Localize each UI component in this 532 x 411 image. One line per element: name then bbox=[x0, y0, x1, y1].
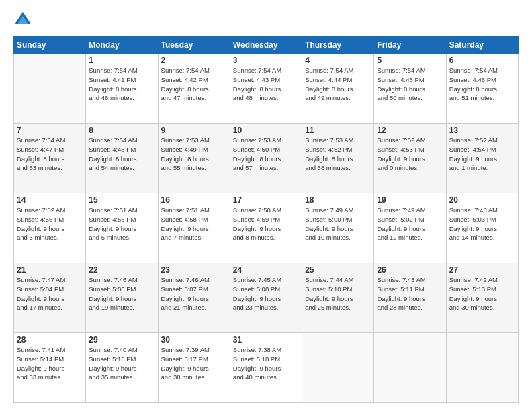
weekday-header: Sunday bbox=[14, 37, 86, 54]
header bbox=[13, 11, 519, 30]
day-info: Sunrise: 7:46 AMSunset: 5:07 PMDaylight:… bbox=[161, 275, 227, 312]
page: SundayMondayTuesdayWednesdayThursdayFrid… bbox=[0, 0, 532, 411]
day-info: Sunrise: 7:54 AMSunset: 4:42 PMDaylight:… bbox=[161, 66, 227, 103]
day-info: Sunrise: 7:47 AMSunset: 5:04 PMDaylight:… bbox=[17, 275, 83, 312]
day-info: Sunrise: 7:42 AMSunset: 5:13 PMDaylight:… bbox=[449, 275, 515, 312]
day-info: Sunrise: 7:51 AMSunset: 4:58 PMDaylight:… bbox=[161, 205, 227, 242]
day-info: Sunrise: 7:40 AMSunset: 5:15 PMDaylight:… bbox=[89, 345, 154, 382]
day-number: 13 bbox=[449, 126, 515, 135]
day-info: Sunrise: 7:54 AMSunset: 4:46 PMDaylight:… bbox=[449, 66, 515, 103]
day-number: 9 bbox=[161, 126, 227, 135]
day-info: Sunrise: 7:52 AMSunset: 4:54 PMDaylight:… bbox=[449, 136, 515, 173]
day-info: Sunrise: 7:49 AMSunset: 5:00 PMDaylight:… bbox=[305, 205, 371, 242]
day-info: Sunrise: 7:53 AMSunset: 4:49 PMDaylight:… bbox=[161, 136, 227, 173]
calendar-week-row: 21Sunrise: 7:47 AMSunset: 5:04 PMDayligh… bbox=[14, 263, 519, 333]
logo-icon bbox=[13, 11, 32, 30]
calendar-cell: 17Sunrise: 7:50 AMSunset: 4:59 PMDayligh… bbox=[230, 193, 302, 263]
day-number: 29 bbox=[89, 335, 154, 345]
calendar-cell: 14Sunrise: 7:52 AMSunset: 4:55 PMDayligh… bbox=[14, 193, 86, 263]
day-number: 30 bbox=[161, 335, 227, 345]
calendar-week-row: 14Sunrise: 7:52 AMSunset: 4:55 PMDayligh… bbox=[14, 193, 519, 263]
calendar-cell bbox=[374, 333, 446, 403]
day-number: 4 bbox=[305, 56, 371, 65]
calendar-cell: 20Sunrise: 7:48 AMSunset: 5:03 PMDayligh… bbox=[446, 193, 518, 263]
calendar-week-row: 28Sunrise: 7:41 AMSunset: 5:14 PMDayligh… bbox=[14, 333, 519, 403]
calendar-cell: 16Sunrise: 7:51 AMSunset: 4:58 PMDayligh… bbox=[158, 193, 230, 263]
calendar-cell: 7Sunrise: 7:54 AMSunset: 4:47 PMDaylight… bbox=[14, 124, 86, 193]
day-number: 31 bbox=[233, 335, 299, 345]
day-info: Sunrise: 7:54 AMSunset: 4:47 PMDaylight:… bbox=[17, 136, 83, 173]
weekday-header: Monday bbox=[86, 37, 158, 54]
day-info: Sunrise: 7:51 AMSunset: 4:56 PMDaylight:… bbox=[89, 205, 154, 242]
weekday-header: Wednesday bbox=[230, 37, 302, 54]
calendar-cell: 25Sunrise: 7:44 AMSunset: 5:10 PMDayligh… bbox=[302, 263, 374, 333]
day-info: Sunrise: 7:53 AMSunset: 4:50 PMDaylight:… bbox=[233, 136, 299, 173]
logo bbox=[13, 11, 35, 30]
calendar-cell: 3Sunrise: 7:54 AMSunset: 4:43 PMDaylight… bbox=[230, 54, 302, 124]
day-number: 18 bbox=[305, 195, 371, 205]
day-number: 7 bbox=[17, 126, 83, 135]
calendar-week-row: 1Sunrise: 7:54 AMSunset: 4:41 PMDaylight… bbox=[14, 54, 519, 124]
day-info: Sunrise: 7:52 AMSunset: 4:55 PMDaylight:… bbox=[17, 205, 83, 242]
calendar-week-row: 7Sunrise: 7:54 AMSunset: 4:47 PMDaylight… bbox=[14, 124, 519, 193]
calendar-cell: 15Sunrise: 7:51 AMSunset: 4:56 PMDayligh… bbox=[86, 193, 158, 263]
day-number: 1 bbox=[89, 56, 154, 65]
calendar-cell: 11Sunrise: 7:53 AMSunset: 4:52 PMDayligh… bbox=[302, 124, 374, 193]
calendar-cell bbox=[302, 333, 374, 403]
calendar-cell: 31Sunrise: 7:38 AMSunset: 5:18 PMDayligh… bbox=[230, 333, 302, 403]
calendar-cell bbox=[14, 54, 86, 124]
day-number: 26 bbox=[377, 265, 443, 275]
calendar-header: SundayMondayTuesdayWednesdayThursdayFrid… bbox=[14, 37, 519, 54]
weekday-header: Saturday bbox=[446, 37, 518, 54]
day-number: 25 bbox=[305, 265, 371, 275]
day-info: Sunrise: 7:54 AMSunset: 4:48 PMDaylight:… bbox=[89, 136, 154, 173]
day-number: 14 bbox=[17, 195, 83, 205]
weekday-header: Friday bbox=[374, 37, 446, 54]
calendar-cell: 18Sunrise: 7:49 AMSunset: 5:00 PMDayligh… bbox=[302, 193, 374, 263]
day-number: 3 bbox=[233, 56, 299, 65]
calendar-cell: 6Sunrise: 7:54 AMSunset: 4:46 PMDaylight… bbox=[446, 54, 518, 124]
calendar-cell: 29Sunrise: 7:40 AMSunset: 5:15 PMDayligh… bbox=[86, 333, 158, 403]
calendar-cell: 22Sunrise: 7:46 AMSunset: 5:06 PMDayligh… bbox=[86, 263, 158, 333]
day-info: Sunrise: 7:54 AMSunset: 4:41 PMDaylight:… bbox=[89, 66, 154, 103]
day-info: Sunrise: 7:38 AMSunset: 5:18 PMDaylight:… bbox=[233, 345, 299, 382]
day-number: 28 bbox=[17, 335, 83, 345]
day-number: 11 bbox=[305, 126, 371, 135]
calendar-cell: 26Sunrise: 7:43 AMSunset: 5:11 PMDayligh… bbox=[374, 263, 446, 333]
day-number: 22 bbox=[89, 265, 154, 275]
day-number: 12 bbox=[377, 126, 443, 135]
day-info: Sunrise: 7:50 AMSunset: 4:59 PMDaylight:… bbox=[233, 205, 299, 242]
calendar-cell: 13Sunrise: 7:52 AMSunset: 4:54 PMDayligh… bbox=[446, 124, 518, 193]
day-number: 2 bbox=[161, 56, 227, 65]
calendar-cell: 2Sunrise: 7:54 AMSunset: 4:42 PMDaylight… bbox=[158, 54, 230, 124]
day-info: Sunrise: 7:48 AMSunset: 5:03 PMDaylight:… bbox=[449, 205, 515, 242]
calendar-body: 1Sunrise: 7:54 AMSunset: 4:41 PMDaylight… bbox=[14, 54, 519, 403]
day-info: Sunrise: 7:53 AMSunset: 4:52 PMDaylight:… bbox=[305, 136, 371, 173]
day-number: 23 bbox=[161, 265, 227, 275]
calendar-cell: 8Sunrise: 7:54 AMSunset: 4:48 PMDaylight… bbox=[86, 124, 158, 193]
calendar-cell: 21Sunrise: 7:47 AMSunset: 5:04 PMDayligh… bbox=[14, 263, 86, 333]
weekday-row: SundayMondayTuesdayWednesdayThursdayFrid… bbox=[14, 37, 519, 54]
day-info: Sunrise: 7:54 AMSunset: 4:44 PMDaylight:… bbox=[305, 66, 371, 103]
day-info: Sunrise: 7:46 AMSunset: 5:06 PMDaylight:… bbox=[89, 275, 154, 312]
day-number: 21 bbox=[17, 265, 83, 275]
day-info: Sunrise: 7:43 AMSunset: 5:11 PMDaylight:… bbox=[377, 275, 443, 312]
day-number: 15 bbox=[89, 195, 154, 205]
day-info: Sunrise: 7:49 AMSunset: 5:02 PMDaylight:… bbox=[377, 205, 443, 242]
calendar-cell: 30Sunrise: 7:39 AMSunset: 5:17 PMDayligh… bbox=[158, 333, 230, 403]
day-info: Sunrise: 7:41 AMSunset: 5:14 PMDaylight:… bbox=[17, 345, 83, 382]
day-info: Sunrise: 7:44 AMSunset: 5:10 PMDaylight:… bbox=[305, 275, 371, 312]
calendar-cell: 4Sunrise: 7:54 AMSunset: 4:44 PMDaylight… bbox=[302, 54, 374, 124]
day-info: Sunrise: 7:54 AMSunset: 4:43 PMDaylight:… bbox=[233, 66, 299, 103]
calendar-cell: 5Sunrise: 7:54 AMSunset: 4:45 PMDaylight… bbox=[374, 54, 446, 124]
weekday-header: Tuesday bbox=[158, 37, 230, 54]
weekday-header: Thursday bbox=[302, 37, 374, 54]
day-number: 17 bbox=[233, 195, 299, 205]
calendar-cell: 9Sunrise: 7:53 AMSunset: 4:49 PMDaylight… bbox=[158, 124, 230, 193]
day-info: Sunrise: 7:52 AMSunset: 4:53 PMDaylight:… bbox=[377, 136, 443, 173]
calendar-cell: 1Sunrise: 7:54 AMSunset: 4:41 PMDaylight… bbox=[86, 54, 158, 124]
calendar-table: SundayMondayTuesdayWednesdayThursdayFrid… bbox=[13, 36, 519, 403]
day-number: 8 bbox=[89, 126, 154, 135]
calendar-cell: 24Sunrise: 7:45 AMSunset: 5:08 PMDayligh… bbox=[230, 263, 302, 333]
calendar-cell: 27Sunrise: 7:42 AMSunset: 5:13 PMDayligh… bbox=[446, 263, 518, 333]
